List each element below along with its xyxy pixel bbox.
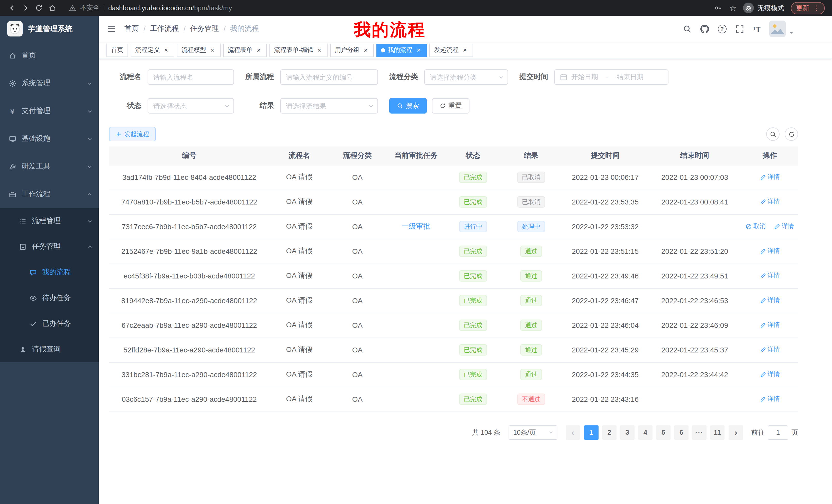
browser-home-icon[interactable] <box>47 3 57 12</box>
page-button[interactable]: 11 <box>710 425 725 440</box>
search-button[interactable]: 搜索 <box>389 98 427 114</box>
page-button[interactable]: ··· <box>692 425 706 440</box>
create-process-button[interactable]: 发起流程 <box>109 127 156 141</box>
tab-close-icon[interactable]: × <box>255 47 262 54</box>
next-page-button[interactable]: › <box>729 425 743 440</box>
tab-close-icon[interactable]: × <box>162 47 170 54</box>
bookmark-star-icon[interactable]: ☆ <box>729 4 736 12</box>
sidebar-item-home[interactable]: 首页 <box>0 41 99 69</box>
sidebar-item-infrastructure[interactable]: 基础设施 <box>0 125 99 152</box>
help-icon[interactable]: ? <box>718 24 726 33</box>
process-definition-input[interactable] <box>280 69 378 85</box>
sidebar-item-done-tasks[interactable]: 已办任务 <box>0 311 99 337</box>
tab-close-icon[interactable]: × <box>362 47 369 54</box>
sidebar-item-workflow[interactable]: 工作流程 <box>0 180 99 208</box>
browser-back-icon[interactable] <box>7 3 17 12</box>
toggle-search-button[interactable] <box>766 128 780 141</box>
tab-close-icon[interactable]: × <box>461 47 468 54</box>
url-text: dashboard.yudao.iocoder.cn/bpm/task/my <box>108 4 232 12</box>
result-select[interactable] <box>280 98 378 114</box>
cell-actions: 详情 <box>742 263 798 288</box>
sidebar-item-todo-tasks[interactable]: 待办任务 <box>0 285 99 311</box>
page-size-select[interactable]: 10条/页 <box>509 425 557 440</box>
page-button[interactable]: 1 <box>584 425 599 440</box>
detail-action[interactable]: 详情 <box>760 247 780 256</box>
tab[interactable]: 用户分组 × <box>330 44 374 57</box>
breadcrumb-item[interactable]: 任务管理 <box>190 24 219 33</box>
detail-action[interactable]: 详情 <box>760 296 780 305</box>
font-size-icon[interactable]: TT <box>753 25 760 33</box>
browser-update-button[interactable]: 更新 ⋮ <box>791 2 825 14</box>
detail-action[interactable]: 详情 <box>760 370 780 379</box>
detail-action[interactable]: 详情 <box>760 173 780 181</box>
status-select[interactable] <box>148 98 234 114</box>
tab[interactable]: 发起流程 × <box>430 44 473 57</box>
page-button[interactable]: 2 <box>602 425 617 440</box>
breadcrumb-item[interactable]: 工作流程 <box>150 24 179 33</box>
date-start-placeholder: 开始日期 <box>571 73 598 82</box>
page-button[interactable]: 3 <box>620 425 634 440</box>
cell-end-time: 2022-01-22 23:45:37 <box>648 338 742 362</box>
detail-action[interactable]: 详情 <box>760 321 780 330</box>
github-icon[interactable] <box>700 24 709 33</box>
refresh-button[interactable] <box>785 128 798 141</box>
tab[interactable]: 我的流程 × <box>376 44 427 57</box>
fullscreen-icon[interactable] <box>735 24 744 33</box>
incognito-icon <box>743 3 754 13</box>
browser-forward-icon[interactable] <box>21 3 30 12</box>
tab[interactable]: 流程表单 × <box>223 44 267 57</box>
prev-page-button[interactable]: ‹ <box>566 425 580 440</box>
cell-process-name: OA 请假 <box>269 263 329 288</box>
tab-close-icon[interactable]: × <box>415 47 422 54</box>
column-header: 状态 <box>446 146 500 165</box>
sidebar-item-payment[interactable]: ¥ 支付管理 <box>0 97 99 125</box>
incognito-indicator: 无痕模式 <box>743 3 784 13</box>
detail-action[interactable]: 详情 <box>760 198 780 206</box>
filter-label: 结果 <box>245 101 274 110</box>
detail-action[interactable]: 详情 <box>760 272 780 280</box>
password-key-icon[interactable] <box>713 3 723 12</box>
table-row: 67c2eaab-7b9a-11ec-a290-acde48001122 OA … <box>109 313 798 338</box>
page-button[interactable]: 4 <box>638 425 653 440</box>
breadcrumb-item[interactable]: 首页 <box>125 24 139 33</box>
cell-end-time <box>648 214 742 239</box>
page-button[interactable]: 6 <box>674 425 688 440</box>
category-select[interactable] <box>424 69 508 85</box>
task-link[interactable]: 一级审批 <box>401 222 431 230</box>
cancel-action[interactable]: 取消 <box>746 222 766 231</box>
search-icon[interactable] <box>683 24 691 33</box>
filter-result: 结果 <box>245 98 378 114</box>
sidebar-item-process-management[interactable]: 流程管理 <box>0 208 99 234</box>
chevron-down-icon <box>87 218 93 224</box>
sidebar-item-task-management[interactable]: 任务管理 <box>0 234 99 259</box>
tab[interactable]: 首页 <box>106 44 128 57</box>
sidebar-item-devtools[interactable]: 研发工具 <box>0 152 99 180</box>
tab-label: 流程模型 <box>182 46 206 54</box>
sidebar-item-my-process[interactable]: 我的流程 <box>0 259 99 285</box>
detail-action[interactable]: 详情 <box>774 222 794 231</box>
tab[interactable]: 流程定义 × <box>131 44 174 57</box>
hamburger-icon[interactable] <box>99 24 125 34</box>
browser-reload-icon[interactable] <box>34 3 43 12</box>
reset-button[interactable]: 重置 <box>432 98 469 114</box>
goto-page-input[interactable] <box>768 425 788 440</box>
process-name-input[interactable] <box>148 69 234 85</box>
tab[interactable]: 流程模型 × <box>177 44 220 57</box>
browser-menu-icon[interactable]: ⋮ <box>813 4 820 12</box>
tab[interactable]: 流程表单-编辑 × <box>269 44 328 57</box>
sidebar-item-system[interactable]: 系统管理 <box>0 69 99 97</box>
sidebar-item-leave-query[interactable]: 请假查询 <box>0 337 99 362</box>
status-tag: 已完成 <box>459 196 487 207</box>
app-logo[interactable]: 芋道管理系统 <box>0 16 99 41</box>
address-bar[interactable]: 不安全 dashboard.yudao.iocoder.cn/bpm/task/… <box>61 4 709 12</box>
date-range-picker[interactable]: 开始日期 - 结束日期 <box>554 69 669 85</box>
cell-status: 已完成 <box>446 338 500 362</box>
detail-action[interactable]: 详情 <box>760 395 780 403</box>
page-button[interactable]: 5 <box>656 425 671 440</box>
detail-action-label: 详情 <box>768 321 780 330</box>
tab-close-icon[interactable]: × <box>316 47 323 54</box>
user-menu[interactable] <box>769 21 794 37</box>
cell-end-time: 2022-01-22 23:51:20 <box>648 239 742 263</box>
detail-action[interactable]: 详情 <box>760 345 780 354</box>
tab-close-icon[interactable]: × <box>209 47 216 54</box>
